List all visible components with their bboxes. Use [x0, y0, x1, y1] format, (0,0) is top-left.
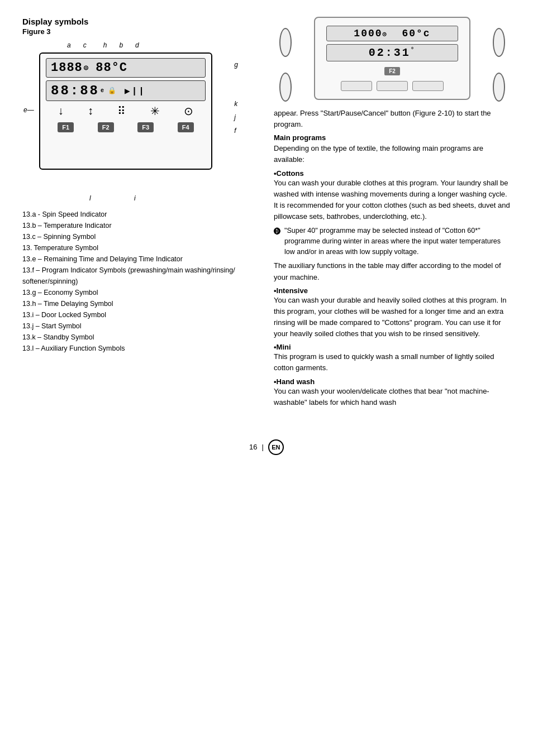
spin-sym: ⊙: [383, 31, 388, 39]
f1-button[interactable]: F1: [58, 122, 74, 132]
label-c: c: [83, 41, 87, 49]
sym-item-j: 13.j – Start Symbol: [22, 320, 263, 332]
display-row2: 88:88 e 🔒 ▶||: [46, 80, 206, 101]
label-b: b: [119, 41, 123, 49]
lock-icon: 🔒: [108, 87, 118, 95]
oval-left-top: [279, 28, 292, 57]
label-i: i: [134, 194, 136, 202]
section-title: Display symbols: [22, 17, 263, 26]
label-g: g: [234, 58, 238, 71]
page-container: Display symbols Figure 3 a c h b d e—: [22, 17, 511, 455]
cottons-heading: •Cottons: [274, 169, 511, 178]
top-section: Display symbols Figure 3 a c h b d e—: [22, 17, 511, 412]
sym-item-a: 13.a - Spin Speed Indicator: [22, 209, 263, 220]
right-column: 1000⊙ 60°c 02:31° F2: [274, 17, 511, 412]
sym-item-g: 13.g – Economy Symbol: [22, 287, 263, 298]
display-box: 1888 ⊙ 88°C 88:88 e 🔒 ▶||: [39, 52, 212, 170]
sym-4: ✳: [150, 104, 160, 118]
mini-text: This program is used to quickly wash a s…: [274, 351, 511, 374]
sym-item-i: 13.i – Door Locked Symbol: [22, 309, 263, 320]
oval-right-top: [493, 28, 505, 57]
label-f: f: [234, 124, 238, 137]
sym-item-c: 13.c – Spinning Symbol: [22, 231, 263, 242]
note-box-super40: 🅓 "Super 40" programme may be selected i…: [274, 226, 511, 257]
right-f2-button[interactable]: F2: [384, 67, 400, 75]
footer-separator: |: [262, 443, 264, 451]
sym-5: ⊙: [184, 104, 193, 118]
label-j: j: [234, 111, 238, 124]
label-e-marker: e—: [23, 106, 34, 114]
intensive-heading: •Intensive: [274, 286, 511, 295]
spin-display: 1888: [51, 61, 83, 75]
label-l: l: [89, 194, 91, 202]
sym-item-k: 13.k – Standby Symbol: [22, 332, 263, 343]
bottom-rect-3: [412, 81, 444, 91]
page-footer: 16 | EN: [22, 439, 511, 455]
bottom-rect-2: [377, 81, 408, 91]
page-number: 16: [249, 443, 257, 451]
main-programs-intro: Depending on the type of textile, the fo…: [274, 143, 511, 165]
hand-wash-heading: •Hand wash: [274, 377, 511, 386]
degree-mark: °: [411, 46, 416, 53]
sym-3: ⠿: [117, 104, 126, 118]
label-a: a: [67, 41, 71, 49]
mini-heading: •Mini: [274, 343, 511, 351]
sym-2: ↕: [88, 104, 93, 118]
main-programs-heading: Main programs: [274, 133, 511, 142]
appear-text: appear. Press "Start/Pause/Cancel" butto…: [274, 108, 511, 130]
play-pause-icon: ▶||: [125, 85, 146, 97]
temp-display: 88°C: [96, 61, 127, 75]
bottom-rects: [341, 81, 444, 91]
f2-button[interactable]: F2: [98, 122, 114, 132]
label-k: k: [234, 97, 238, 111]
f3-button[interactable]: F3: [137, 122, 154, 132]
symbol-row: ↓ ↕ ⠿ ✳ ⊙: [46, 104, 206, 118]
oval-right-bottom: [493, 73, 505, 102]
top-labels: a c h b d: [67, 41, 139, 49]
label-d: d: [135, 41, 139, 49]
diagram-container: a c h b d e— 1888 ⊙ 88°C: [22, 40, 240, 202]
right-diagram-wrapper: 1000⊙ 60°c 02:31° F2: [274, 17, 511, 100]
sym-item-h: 13.h – Time Delaying Symbol: [22, 298, 263, 309]
lang-badge: EN: [268, 439, 284, 455]
e-superscript: e: [101, 88, 106, 94]
right-row2: 02:31°: [326, 44, 458, 61]
sym-item-e: 13.e – Remaining Time and Delaying Time …: [22, 253, 263, 265]
display-row1: 1888 ⊙ 88°C: [46, 58, 206, 78]
sym-item-b: 13.b – Temperature Indicator: [22, 220, 263, 231]
bottom-rect-1: [341, 81, 372, 91]
note-text: "Super 40" programme may be selected ins…: [284, 226, 511, 257]
lang-code: EN: [272, 444, 280, 451]
left-column: Display symbols Figure 3 a c h b d e—: [22, 17, 263, 412]
oval-left-bottom: [279, 73, 292, 102]
figure-label: Figure 3: [22, 27, 263, 36]
right-labels: g k j f: [234, 58, 238, 137]
sym-item-d: 13. Temperature Symbol: [22, 242, 263, 253]
label-h: h: [103, 41, 107, 49]
intensive-text: You can wash your durable and heavily so…: [274, 295, 511, 340]
f-buttons-row: F1 F2 F3 F4: [46, 122, 206, 132]
sym-1: ↓: [58, 104, 64, 118]
hand-wash-text: You can wash your woolen/delicate clothe…: [274, 386, 511, 408]
sym-item-f: 13.f – Program Indicator Symbols (prewas…: [22, 265, 263, 287]
symbol-list: 13.a - Spin Speed Indicator 13.b – Tempe…: [22, 209, 263, 354]
right-row1: 1000⊙ 60°c: [326, 26, 458, 41]
spin-icon: ⊙: [84, 63, 89, 73]
time-display: 88:88: [51, 83, 99, 98]
cottons-note2: The auxiliary functions in the table may…: [274, 260, 511, 283]
sym-item-l: 13.l – Auxiliary Function Symbols: [22, 343, 263, 354]
right-display-box: 1000⊙ 60°c 02:31° F2: [314, 17, 470, 100]
cottons-text1: You can wash your durable clothes at thi…: [274, 178, 511, 223]
f4-button[interactable]: F4: [178, 122, 194, 132]
note-icon: 🅓: [274, 226, 281, 257]
